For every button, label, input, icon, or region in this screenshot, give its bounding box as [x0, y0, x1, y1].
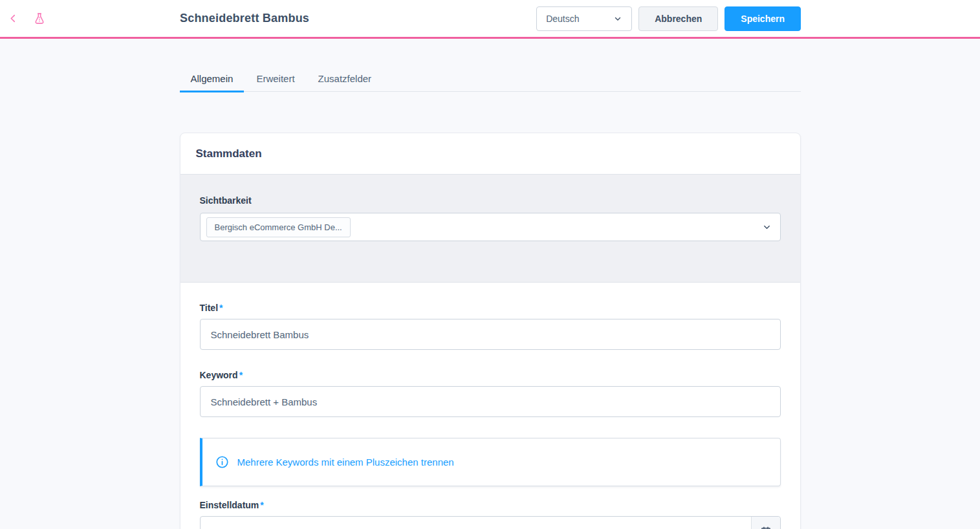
visibility-multiselect[interactable]: Bergisch eCommerce GmbH De...	[200, 213, 781, 241]
chevron-down-icon[interactable]	[762, 222, 772, 232]
title-label: Titel*	[200, 303, 781, 314]
date-input-wrap	[200, 516, 781, 529]
keyword-label-text: Keyword	[200, 370, 238, 380]
keyword-label: Keyword*	[200, 370, 781, 381]
visibility-label: Sichtbarkeit	[200, 195, 781, 206]
tab-erweitert[interactable]: Erweitert	[245, 73, 305, 92]
date-picker-button[interactable]	[751, 517, 780, 529]
back-icon	[8, 13, 19, 24]
date-label-text: Einstelldatum	[200, 500, 259, 510]
page-body: Allgemein Erweitert Zusatzfelder Stammda…	[0, 39, 980, 529]
date-label: Einstelldatum*	[200, 500, 781, 511]
page-title: Schneidebrett Bambus	[180, 0, 309, 37]
card-title: Stammdaten	[196, 147, 785, 160]
stammdaten-card: Stammdaten Sichtbarkeit Bergisch eCommer…	[180, 133, 801, 529]
page-header: Schneidebrett Bambus Deutsch Abbrechen S…	[0, 0, 980, 39]
flask-icon	[33, 12, 46, 25]
tab-bar: Allgemein Erweitert Zusatzfelder	[180, 73, 801, 92]
save-button[interactable]: Speichern	[724, 6, 801, 31]
keyword-input[interactable]	[200, 386, 781, 417]
title-label-text: Titel	[200, 303, 219, 313]
keyword-hint-text: Mehrere Keywords mit einem Pluszeichen t…	[237, 454, 454, 470]
main-form-section: Titel* Keyword* Mehrere Key	[180, 283, 800, 529]
card-header: Stammdaten	[180, 133, 800, 175]
content-column: Allgemein Erweitert Zusatzfelder Stammda…	[180, 73, 801, 529]
visibility-section: Sichtbarkeit Bergisch eCommerce GmbH De.…	[180, 175, 800, 283]
tab-zusatzfelder[interactable]: Zusatzfelder	[307, 73, 383, 92]
info-icon	[215, 455, 229, 469]
title-input[interactable]	[200, 319, 781, 350]
tab-allgemein[interactable]: Allgemein	[180, 73, 245, 92]
title-field: Titel*	[200, 303, 781, 350]
module-flask-button[interactable]	[30, 10, 49, 28]
keyword-field: Keyword*	[200, 370, 781, 417]
header-left-icons	[5, 0, 49, 37]
date-input[interactable]	[200, 516, 781, 529]
required-asterisk: *	[219, 303, 223, 313]
keyword-hint-alert: Mehrere Keywords mit einem Pluszeichen t…	[200, 438, 781, 486]
required-asterisk: *	[260, 500, 263, 510]
language-select-value: Deutsch	[546, 14, 579, 24]
header-actions: Deutsch Abbrechen Speichern	[536, 0, 801, 37]
back-button[interactable]	[5, 10, 21, 27]
language-select[interactable]: Deutsch	[536, 6, 632, 31]
date-field: Einstelldatum*	[200, 500, 781, 529]
visibility-tag[interactable]: Bergisch eCommerce GmbH De...	[206, 217, 351, 237]
calendar-icon	[760, 526, 772, 529]
chevron-down-icon	[613, 14, 622, 23]
cancel-button[interactable]: Abbrechen	[638, 6, 718, 31]
required-asterisk: *	[239, 370, 243, 380]
